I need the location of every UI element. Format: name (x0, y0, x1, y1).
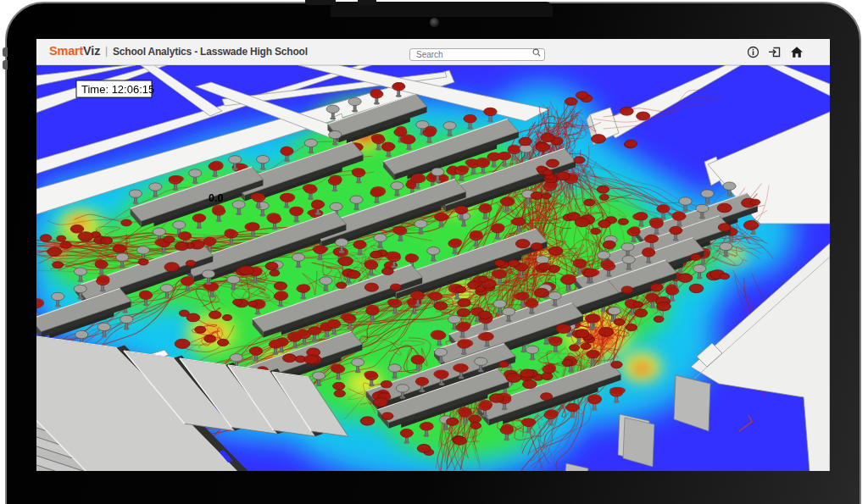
volume-up-button[interactable] (3, 47, 8, 57)
logo-part-viz: Viz (83, 44, 100, 58)
info-icon[interactable] (747, 46, 760, 58)
title-separator: | (105, 45, 108, 57)
search-input[interactable] (409, 48, 545, 61)
sign-in-icon[interactable] (768, 46, 782, 58)
app-header: SmartViz | School Analytics - Lasswade H… (36, 39, 830, 65)
search-icon[interactable] (532, 48, 541, 57)
home-icon[interactable] (790, 46, 804, 58)
mute-button[interactable] (358, 0, 376, 5)
volume-down-button[interactable] (3, 60, 8, 69)
power-button[interactable] (305, 0, 336, 5)
time-label: Time: 12:06:15 (81, 83, 154, 96)
app-screen: SmartViz | School Analytics - Lasswade H… (36, 39, 830, 471)
window-title: School Analytics - Lasswade High School (113, 46, 308, 58)
tablet-bezel: SmartViz | School Analytics - Lasswade H… (5, 2, 861, 504)
scene-3d-view[interactable]: Time: 12:06:15 0.0 (36, 65, 830, 471)
time-overlay: Time: 12:06:15 (76, 80, 154, 97)
value-label: 0.0 (209, 192, 223, 204)
app-logo[interactable]: SmartViz (49, 44, 100, 58)
logo-part-smart: Smart (49, 44, 83, 58)
camera-lens-icon (430, 18, 439, 27)
search-box (409, 46, 545, 58)
